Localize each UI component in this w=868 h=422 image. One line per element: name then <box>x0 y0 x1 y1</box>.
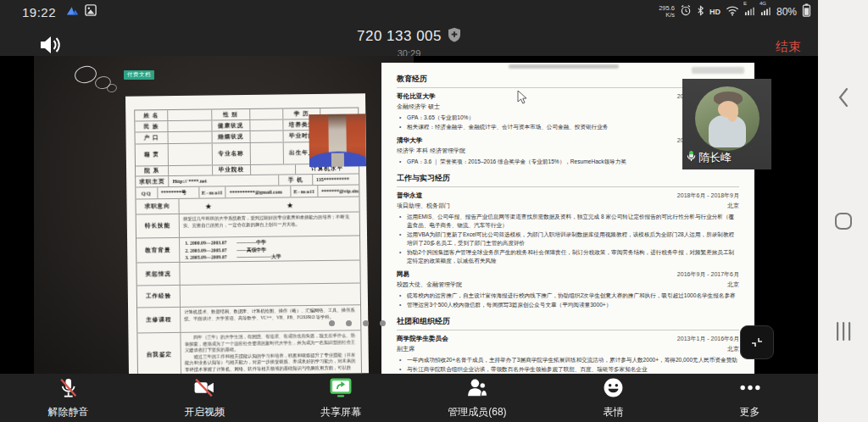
form-label: 主修课程 <box>137 308 181 333</box>
form-value: 计算机技术、数据结构、数据库、计算机绘图、操作（略）、汇编网络、工具、操作系统、… <box>181 305 360 332</box>
avatar <box>695 86 760 151</box>
resume-bullet: 协助2个跨国集团客户管理全球业务所产生的税务和社会保障责任，制订分税政策，审阅劳… <box>405 248 739 265</box>
screen-share-view[interactable]: 付费文档 姓 名性 别学 历民 族健康状况培养类别户 口婚姻状况毕业时间籍 贯专… <box>0 56 818 374</box>
form-value <box>250 108 284 119</box>
form-value: 接受过几年科班的大学系统教育，受到过较好的专业素质和承接能力的培养；不断充实、完… <box>180 212 359 237</box>
resume-form-page: 姓 名性 别学 历民 族健康状况培养类别户 口婚姻状况毕业时间籍 贯专业名称出生… <box>125 93 369 374</box>
form-row: 自我鉴定 四年（三年）的大学生活，有困惑、有追求、有成功也有失落，我无在乎什么、… <box>137 330 361 374</box>
page-dot[interactable] <box>329 320 335 326</box>
resume-bullet: 管理运营3个500人校内微信群，每周撰写3篇原创公众号文章（平均阅读量3000+… <box>405 301 739 309</box>
resume-bullet: 一年内成功招收20+名骨干成员，主持举办了3届商学院学生拓展训练和交流活动，累计… <box>405 356 739 364</box>
form-label: 性 别 <box>212 109 250 120</box>
resume-bullet: 统筹校内的运营推广，自主设计宣传海报进行校内线下推广，协助组织2次学生创意大赛的… <box>405 292 739 300</box>
form-label: 毕业院校 <box>213 165 251 175</box>
form-value <box>250 130 284 142</box>
mouse-cursor <box>517 90 528 108</box>
form-value <box>169 131 212 143</box>
meeting-app: 19:22 295.6K/s HD E <box>0 0 818 422</box>
form-label: 工作经验 <box>137 286 181 308</box>
form-value <box>251 164 296 175</box>
wifi-icon <box>726 4 739 19</box>
toolbar-label: 管理成员(68) <box>448 405 506 419</box>
toolbar-label: 共享屏幕 <box>320 405 361 419</box>
battery-icon <box>802 3 811 20</box>
mic-off-icon <box>57 376 80 403</box>
form-label: 特长技能 <box>136 214 181 238</box>
toolbar-more-button[interactable]: 更多 <box>682 374 818 422</box>
participant-name: 隋长峰 <box>698 150 732 165</box>
nav-back-button[interactable] <box>818 86 868 108</box>
form-row: 奖惩情况 <box>136 260 359 286</box>
resume-section-title: 社团和组织经历 <box>397 316 739 330</box>
form-value: 1. 2000.09—2003.07 ————中学 2. 2003.09—200… <box>180 236 359 262</box>
meeting-header: 720 133 005 30:29 <box>0 27 818 58</box>
form-value: 四年（三年）的大学生活，有困惑、有追求、有成功也有失落，我无在乎什么、热衷探索，… <box>181 330 361 374</box>
mic-on-icon <box>686 150 697 165</box>
nav-home-button[interactable] <box>818 212 868 230</box>
resume-entry: 普华永道2018年6月 - 2018年9月项目助理、税务部门北京运用EMIS、公… <box>397 192 739 265</box>
toolbar-share-screen-button[interactable]: 共享屏幕 <box>273 374 409 422</box>
shield-plus-icon[interactable] <box>448 27 461 46</box>
resume-org: 商学院学生委员会 <box>397 335 448 343</box>
page-dot[interactable] <box>346 320 352 326</box>
resume-bullet: 运用EMIS、公司年报、报告产业信息网等渠道查找所需数据及资料，独立完成 8 家… <box>405 213 739 230</box>
resume-role: 经济学 本科 经济管理学院 <box>397 147 465 155</box>
toolbar-manage-members-button[interactable]: 管理成员(68) <box>409 374 545 422</box>
participant-tile[interactable]: 隋长峰 <box>682 79 771 169</box>
photos-app-icon <box>66 4 79 20</box>
form-value <box>169 165 212 175</box>
toolbar-label: 表情 <box>604 405 624 419</box>
resume-section-title: 工作与实习经历 <box>397 173 739 187</box>
resume-role: 金融经济学 硕士 <box>397 103 440 111</box>
page-dot[interactable] <box>363 320 369 326</box>
bluetooth-icon <box>697 4 704 19</box>
form-value <box>169 143 213 165</box>
form-label: E-mail <box>292 186 319 197</box>
form-label: QQ <box>136 187 158 198</box>
form-value <box>251 142 285 164</box>
resume-city: 北京 <box>727 202 739 210</box>
signal-4g-icon: 4G <box>760 4 771 19</box>
form-label: 院 系 <box>136 166 170 175</box>
form-label: 专业名称 <box>212 143 251 165</box>
status-bar: 19:22 295.6K/s HD E <box>0 0 818 24</box>
resume-section: 社团和组织经历商学院学生委员会2013年1月 - 2016年6月副主席北京一年内… <box>397 316 739 374</box>
page-dot[interactable] <box>380 320 386 326</box>
form-row: 主修课程计算机技术、数据结构、数据库、计算机绘图、操作（略）、汇编网络、工具、操… <box>137 305 360 333</box>
shrink-view-button[interactable] <box>740 325 774 359</box>
resume-bullet: 与长江商学院联合组织企业访谈，带领数百名外学生领袖参观了联想、百度、瑞银等多家知… <box>405 365 739 374</box>
resume-period: 2018年6月 - 2018年9月 <box>677 192 739 200</box>
resume-bullet: 运用VBA为部门更新了Excel可比公司筛选模板，为部门入职培训录制数据库使用视… <box>405 230 739 247</box>
resume-entry: 网易2016年9月 - 2017年6月校园大使、金融管理学院北京统筹校内的运营推… <box>397 270 739 309</box>
id-photo-placeholder <box>309 114 366 167</box>
clock-time: 19:22 <box>22 5 56 19</box>
form-value: ********号 <box>158 187 199 199</box>
toolbar-start-video-button[interactable]: 开启视频 <box>136 374 273 422</box>
toolbar-emoji-button[interactable]: 表情 <box>545 374 682 422</box>
end-meeting-button[interactable]: 结束 <box>776 39 801 55</box>
resume-city: 北京 <box>727 280 739 289</box>
signal-e-icon: E <box>744 4 755 19</box>
form-label: E-mail <box>199 186 226 197</box>
form-label: 婚姻状况 <box>212 131 250 143</box>
toolbar-unmute-button[interactable]: 解除静音 <box>0 374 136 422</box>
form-value: **********@gmail.com <box>226 186 292 197</box>
form-row: 教育背景1. 2000.09—2003.07 ————中学 2. 2003.09… <box>136 236 359 263</box>
toolbar-label: 解除静音 <box>47 405 88 419</box>
resume-city: 北京 <box>727 345 739 353</box>
form-value: Http:// ****.net <box>170 175 280 187</box>
form-value <box>169 120 212 131</box>
form-value <box>169 109 212 120</box>
screen-share-icon <box>329 376 353 403</box>
resume-period: 2013年1月 - 2016年6月 <box>677 335 739 343</box>
resume-section: 工作与实习经历普华永道2018年6月 - 2018年9月项目助理、税务部门北京运… <box>397 173 739 309</box>
nav-recents-button[interactable] <box>818 320 868 342</box>
resume-org: 普华永道 <box>397 192 422 200</box>
emoji-icon <box>602 376 625 403</box>
form-label: 籍 贯 <box>136 144 170 165</box>
form-value: *******@vip.sina.com <box>318 185 359 197</box>
page-dots[interactable] <box>329 320 386 326</box>
meeting-id: 720 133 005 <box>357 28 442 45</box>
form-label: 姓 名 <box>135 110 169 120</box>
resume-org: 网易 <box>397 270 409 279</box>
